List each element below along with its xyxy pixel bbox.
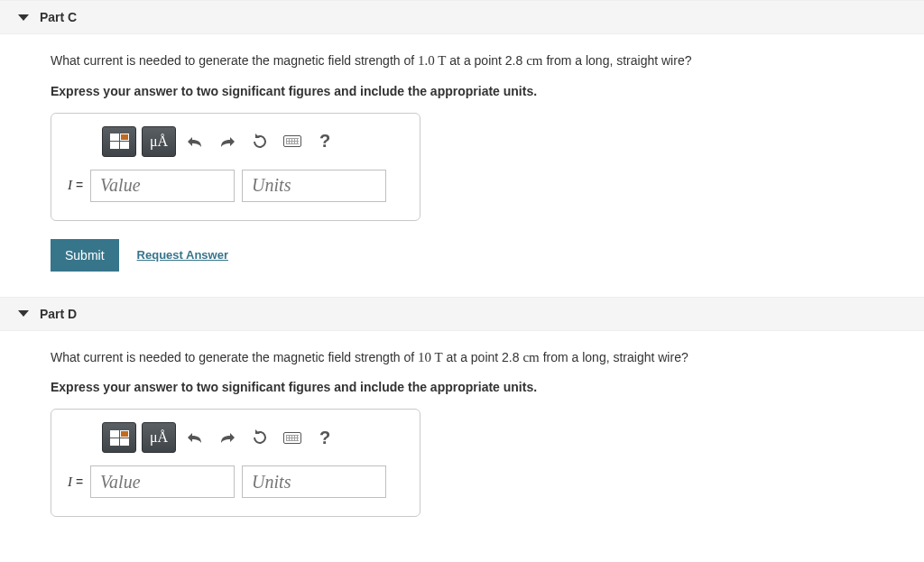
keyboard-icon [283,432,301,444]
redo-button[interactable] [214,126,241,157]
part-d-question: What current is needed to generate the m… [51,347,873,368]
undo-icon [187,134,203,149]
value-input[interactable] [90,465,235,498]
value-input[interactable] [90,170,235,202]
reset-button[interactable] [246,422,273,453]
caret-down-icon [18,14,29,21]
part-c-submit-row: Submit Request Answer [51,239,873,272]
undo-button[interactable] [181,126,208,157]
question-value-1: 10 T [418,350,443,364]
question-text: from a long, straight wire? [540,350,688,364]
question-text: What current is needed to generate the m… [51,350,418,364]
part-d-toolbar: μÅ ? [102,422,403,453]
part-d-body: What current is needed to generate the m… [0,331,924,543]
help-button[interactable]: ? [311,422,338,453]
question-text: What current is needed to generate the m… [51,53,418,68]
part-c-toolbar: μÅ ? [102,126,403,157]
part-d-instruction: Express your answer to two significant f… [51,380,873,394]
variable-label: I = [68,178,83,193]
units-input[interactable] [242,465,386,498]
reset-icon [252,134,268,150]
template-icon [109,133,130,150]
part-c-question: What current is needed to generate the m… [51,51,873,71]
reset-icon [252,429,268,446]
variable-label: I = [68,474,83,490]
template-icon [109,429,130,447]
undo-icon [187,430,203,445]
question-text: from a long, straight wire? [543,53,692,68]
units-input[interactable] [242,170,386,202]
template-tool-button[interactable] [102,422,136,453]
part-c-title: Part C [40,10,77,24]
reset-button[interactable] [246,126,273,157]
part-c-answer-row: I = [68,170,403,202]
part-d-title: Part D [40,307,77,321]
submit-button[interactable]: Submit [51,239,119,272]
redo-icon [219,134,236,149]
units-tool-button[interactable]: μÅ [142,126,176,157]
template-tool-button[interactable] [102,126,136,157]
keyboard-icon [283,135,301,147]
keyboard-button[interactable] [279,422,306,453]
question-value-1: 1.0 T [418,53,446,68]
part-c-answer-frame: μÅ ? I = [51,113,420,221]
request-answer-link[interactable]: Request Answer [137,248,228,262]
question-unit: cm [522,350,539,364]
caret-down-icon [18,310,29,317]
keyboard-button[interactable] [279,126,306,157]
part-c-instruction: Express your answer to two significant f… [51,84,873,98]
undo-button[interactable] [181,422,208,453]
part-d-answer-row: I = [68,465,403,498]
redo-icon [219,430,236,445]
part-d-answer-frame: μÅ ? I = [51,409,420,517]
question-unit: cm [526,53,542,68]
help-button[interactable]: ? [311,126,338,157]
part-d-header[interactable]: Part D [0,297,924,331]
units-tool-button[interactable]: μÅ [142,422,176,453]
question-text: at a point 2.8 [446,53,526,68]
redo-button[interactable] [214,422,241,453]
part-c-body: What current is needed to generate the m… [0,34,924,297]
part-c-header[interactable]: Part C [0,0,924,34]
question-text: at a point 2.8 [443,350,523,364]
